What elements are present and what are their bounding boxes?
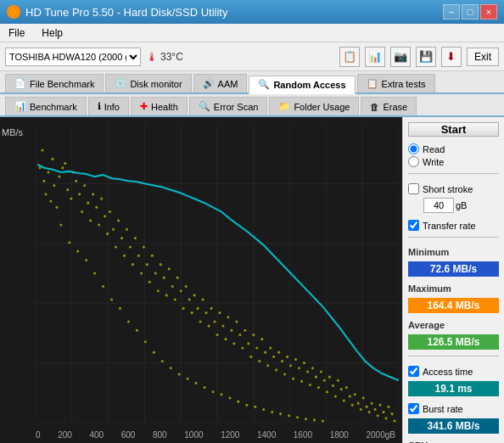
svg-point-77 bbox=[182, 307, 185, 310]
svg-point-67 bbox=[154, 272, 157, 274]
tab-file-benchmark[interactable]: 📄 File Benchmark bbox=[5, 74, 104, 93]
svg-point-152 bbox=[394, 419, 396, 422]
tab-disk-monitor[interactable]: 💿 Disk monitor bbox=[105, 74, 191, 93]
svg-point-162 bbox=[119, 307, 121, 310]
svg-point-163 bbox=[127, 320, 130, 322]
tab-extra-tests[interactable]: 📋 Extra tests bbox=[357, 74, 435, 93]
tab-benchmark[interactable]: 📊 Benchmark bbox=[5, 97, 87, 115]
svg-point-105 bbox=[260, 338, 263, 340]
write-radio[interactable]: Write bbox=[408, 156, 499, 167]
app-icon: 🔶 bbox=[7, 5, 20, 19]
x-label-600: 600 bbox=[121, 430, 136, 440]
svg-point-55 bbox=[120, 237, 123, 239]
toolbar-btn-5[interactable]: ⬇ bbox=[441, 47, 462, 67]
svg-point-122 bbox=[309, 384, 311, 386]
svg-point-167 bbox=[161, 360, 164, 362]
svg-point-178 bbox=[254, 406, 256, 408]
read-write-radio-group: Read Write bbox=[408, 143, 499, 167]
folder-usage-icon: 📁 bbox=[278, 101, 290, 112]
tab-error-scan[interactable]: 🔍 Error Scan bbox=[189, 97, 268, 115]
svg-point-115 bbox=[289, 364, 292, 367]
minimize-button[interactable]: − bbox=[443, 4, 460, 20]
svg-point-182 bbox=[288, 414, 290, 417]
svg-point-47 bbox=[98, 224, 100, 227]
info-icon: ℹ bbox=[98, 101, 101, 112]
average-label: Average bbox=[408, 320, 499, 330]
extra-tests-icon: 📋 bbox=[367, 78, 378, 89]
toolbar-btn-1[interactable]: 📋 bbox=[339, 47, 360, 67]
svg-point-155 bbox=[59, 224, 62, 227]
svg-point-30 bbox=[51, 158, 53, 160]
svg-point-107 bbox=[266, 364, 269, 367]
x-label-2000: 2000gB bbox=[367, 430, 395, 440]
drive-select[interactable]: TOSHIBA HDWA120 (2000 gB) bbox=[5, 48, 141, 66]
svg-point-126 bbox=[320, 370, 322, 373]
read-radio[interactable]: Read bbox=[408, 143, 499, 154]
tab-folder-usage[interactable]: 📁 Folder Usage bbox=[269, 97, 359, 115]
tab-aam[interactable]: 🔊 AAM bbox=[193, 74, 248, 93]
svg-point-153 bbox=[42, 180, 45, 182]
toolbar: TOSHIBA HDWA120 (2000 gB) 🌡 33°C 📋 📊 📷 💾… bbox=[0, 42, 504, 71]
maximum-value: 164.4 MB/s bbox=[408, 298, 499, 313]
svg-point-121 bbox=[306, 370, 309, 373]
toolbar-btn-3[interactable]: 📷 bbox=[390, 47, 411, 67]
svg-point-109 bbox=[272, 356, 275, 358]
svg-point-68 bbox=[157, 289, 160, 292]
svg-point-132 bbox=[337, 379, 339, 382]
tab-bar-secondary: 📊 Benchmark ℹ Info ✚ Health 🔍 Error Scan… bbox=[0, 94, 504, 117]
start-button[interactable]: Start bbox=[408, 122, 499, 137]
svg-point-96 bbox=[235, 320, 238, 322]
tab-health[interactable]: ✚ Health bbox=[131, 97, 188, 115]
menu-help[interactable]: Help bbox=[38, 26, 66, 40]
burst-rate-checkbox[interactable]: Burst rate bbox=[408, 403, 499, 414]
svg-point-139 bbox=[357, 402, 360, 405]
maximize-button[interactable]: □ bbox=[462, 4, 479, 20]
x-label-400: 400 bbox=[89, 430, 104, 440]
stroke-spinbox[interactable]: 40 bbox=[423, 198, 454, 213]
x-label-1800: 1800 bbox=[330, 430, 349, 440]
svg-point-92 bbox=[224, 338, 227, 340]
svg-point-124 bbox=[315, 376, 317, 379]
svg-point-94 bbox=[230, 329, 232, 332]
svg-point-165 bbox=[144, 340, 147, 343]
svg-point-133 bbox=[340, 388, 343, 390]
svg-point-28 bbox=[44, 193, 47, 195]
svg-point-46 bbox=[95, 206, 98, 209]
toolbar-btn-4[interactable]: 💾 bbox=[416, 47, 436, 67]
x-label-1600: 1600 bbox=[294, 430, 312, 440]
transfer-rate-checkbox[interactable]: Transfer rate bbox=[408, 220, 499, 231]
svg-point-125 bbox=[317, 386, 320, 389]
access-time-checkbox[interactable]: Access time bbox=[408, 366, 499, 377]
menu-file[interactable]: File bbox=[5, 26, 28, 40]
tab-random-access[interactable]: 🔍 Random Access bbox=[249, 76, 355, 94]
svg-point-81 bbox=[193, 294, 196, 296]
svg-point-53 bbox=[115, 245, 117, 248]
svg-point-186 bbox=[322, 419, 324, 422]
svg-point-32 bbox=[55, 206, 58, 209]
svg-point-48 bbox=[100, 197, 103, 199]
svg-point-90 bbox=[218, 311, 221, 314]
exit-button[interactable]: Exit bbox=[467, 48, 499, 66]
svg-point-172 bbox=[204, 386, 206, 389]
svg-point-64 bbox=[146, 263, 148, 266]
svg-point-82 bbox=[197, 307, 199, 310]
close-button[interactable]: × bbox=[480, 4, 497, 20]
svg-point-40 bbox=[78, 193, 81, 195]
svg-point-166 bbox=[153, 351, 155, 354]
thermometer-icon: 🌡 bbox=[146, 50, 158, 64]
tab-erase[interactable]: 🗑 Erase bbox=[361, 97, 417, 115]
svg-point-150 bbox=[388, 406, 390, 408]
svg-point-112 bbox=[281, 360, 283, 362]
short-stroke-checkbox[interactable]: Short stroke bbox=[408, 183, 499, 194]
svg-point-185 bbox=[313, 418, 316, 421]
svg-point-50 bbox=[106, 233, 109, 235]
tab-info[interactable]: ℹ Info bbox=[88, 97, 129, 115]
svg-point-87 bbox=[210, 307, 213, 310]
svg-point-61 bbox=[137, 255, 140, 257]
svg-point-98 bbox=[241, 346, 244, 349]
tab-bar-primary: 📄 File Benchmark 💿 Disk monitor 🔊 AAM 🔍 … bbox=[0, 71, 504, 94]
svg-point-35 bbox=[64, 162, 66, 165]
svg-point-134 bbox=[343, 400, 345, 402]
svg-point-170 bbox=[187, 378, 189, 380]
toolbar-btn-2[interactable]: 📊 bbox=[365, 47, 385, 67]
